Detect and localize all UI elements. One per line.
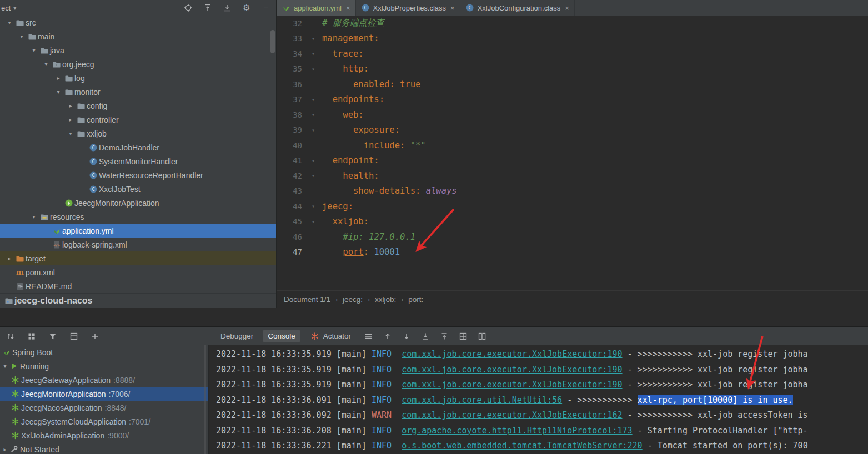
- run-item-jeecggatewayapplication[interactable]: JeecgGatewayApplication:8888/: [0, 373, 208, 387]
- add-icon[interactable]: [90, 331, 100, 341]
- logger-link[interactable]: com.xxl.job.core.executor.XxlJobExecutor…: [402, 410, 622, 420]
- run-item-jeecgmonitorapplication[interactable]: JeecgMonitorApplication:7006/: [0, 387, 208, 401]
- frame-icon[interactable]: [69, 331, 79, 341]
- editor-tab-application-yml[interactable]: application.yml×: [277, 0, 356, 16]
- logger-link[interactable]: com.xxl.job.core.executor.XxlJobExecutor…: [402, 380, 622, 390]
- scroll-up-icon[interactable]: [383, 331, 393, 341]
- tree-item-java[interactable]: ▾java: [0, 43, 276, 57]
- tab-actuator[interactable]: Actuator: [305, 330, 356, 343]
- code-line-37[interactable]: 37▾ endpoints:: [277, 92, 868, 108]
- tree-item-main[interactable]: ▾main: [0, 29, 276, 43]
- scrollbar-track[interactable]: [204, 345, 206, 454]
- tree-item-readme-md[interactable]: README.md: [0, 279, 276, 293]
- code-line-47[interactable]: 47 port: 10001: [277, 245, 868, 260]
- tree-item-logback-spring-xml[interactable]: </>logback-spring.xml: [0, 238, 276, 251]
- fold-marker-icon[interactable]: ▾: [304, 203, 322, 209]
- run-item-xxljobadminapplication[interactable]: XxlJobAdminApplication:9000/: [0, 428, 208, 442]
- run-item-running[interactable]: ▾Running: [0, 359, 208, 373]
- fold-marker-icon[interactable]: ▾: [304, 127, 322, 133]
- code-line-42[interactable]: 42▾ health:: [277, 168, 868, 184]
- locate-icon[interactable]: [183, 3, 193, 13]
- breadcrumb-item-document-1-1[interactable]: Document 1/1: [284, 295, 330, 304]
- settings-gear-icon[interactable]: ⚙: [242, 3, 252, 13]
- tree-item-config[interactable]: ▸config: [0, 99, 276, 113]
- close-tab-icon[interactable]: ×: [565, 4, 569, 12]
- spring-icon: [10, 390, 20, 398]
- code-line-32[interactable]: 32# 服务端点检查: [277, 16, 868, 31]
- code-line-35[interactable]: 35▾ http:: [277, 62, 868, 77]
- code-editor[interactable]: 32# 服务端点检查33▾management:34▾ trace:35▾ ht…: [277, 16, 868, 291]
- code-line-40[interactable]: 40 include: "*": [277, 138, 868, 153]
- two-column-icon[interactable]: [477, 331, 487, 341]
- logger-link[interactable]: com.xxl.job.core.util.NetUtil:56: [402, 395, 562, 405]
- tree-item-demojobhandler[interactable]: CDemoJobHandler: [0, 140, 276, 154]
- split-grid-icon[interactable]: [458, 331, 468, 341]
- tree-item-controller[interactable]: ▸controller: [0, 113, 276, 127]
- tree-item-systemmonitorhandler[interactable]: CSystemMonitorHandler: [0, 154, 276, 168]
- breadcrumb-item-xxljob[interactable]: xxljob:: [375, 295, 396, 304]
- tree-item-org-jeecg[interactable]: ▾org.jeecg: [0, 57, 276, 71]
- fold-marker-icon[interactable]: ▾: [304, 219, 322, 225]
- tree-item-resources[interactable]: ▾resources: [0, 210, 276, 224]
- fold-marker-icon[interactable]: ▾: [304, 112, 322, 118]
- run-item-jeecgsystemcloudapplication[interactable]: JeecgSystemCloudApplication:7001/: [0, 415, 208, 428]
- arrow-down-line-icon[interactable]: [420, 331, 430, 341]
- code-line-39[interactable]: 39▾ exposure:: [277, 123, 868, 138]
- tab-debugger[interactable]: Debugger: [215, 330, 258, 342]
- breadcrumb-item-jeecg[interactable]: jeecg:: [343, 295, 363, 304]
- project-root-row[interactable]: jeecg-cloud-nacos: [0, 293, 276, 308]
- folder-icon: [39, 46, 50, 55]
- tree-item-target[interactable]: ▸target: [0, 251, 276, 265]
- code-line-36[interactable]: 36 enabled: true: [277, 77, 868, 92]
- tree-item-pom-xml[interactable]: mpom.xml: [0, 265, 276, 279]
- fold-marker-icon[interactable]: ▾: [304, 36, 322, 42]
- run-item-spring-boot[interactable]: Spring Boot: [0, 345, 208, 359]
- fold-marker-icon[interactable]: ▾: [304, 51, 322, 57]
- fold-marker-icon[interactable]: ▾: [304, 66, 322, 72]
- swap-icon[interactable]: [6, 331, 16, 341]
- logger-link[interactable]: org.apache.coyote.http11.Http11NioProtoc…: [402, 426, 632, 436]
- collapse-up-icon[interactable]: [203, 3, 213, 13]
- code-line-43[interactable]: 43 show-details: always: [277, 184, 868, 199]
- run-item-jeecgnacosapplication[interactable]: JeecgNacosApplication:8848/: [0, 401, 208, 415]
- tab-console[interactable]: Console: [263, 330, 300, 342]
- logger-link[interactable]: com.xxl.job.core.executor.XxlJobExecutor…: [402, 365, 622, 375]
- code-line-38[interactable]: 38▾ web:: [277, 107, 868, 123]
- collapse-down-icon[interactable]: [222, 3, 232, 13]
- tree-item-waterresourcereporthandler[interactable]: CWaterResourceReportHandler: [0, 168, 276, 182]
- tool-window-title[interactable]: ect: [1, 4, 11, 12]
- editor-tab-xxljobconfiguration-class[interactable]: CXxlJobConfiguration.class×: [460, 0, 575, 16]
- filter-icon[interactable]: [48, 331, 58, 341]
- breadcrumb-item-port[interactable]: port:: [408, 295, 423, 304]
- tree-item-jeecgmonitorapplication[interactable]: JeecgMonitorApplication: [0, 196, 276, 210]
- fold-marker-icon[interactable]: ▾: [304, 97, 322, 103]
- scrollbar-thumb[interactable]: [270, 30, 275, 53]
- close-tab-icon[interactable]: ×: [450, 4, 455, 12]
- tree-item-application-yml[interactable]: application.yml: [0, 224, 276, 238]
- scroll-down-icon[interactable]: [402, 331, 412, 341]
- logger-link[interactable]: com.xxl.job.core.executor.XxlJobExecutor…: [402, 349, 622, 359]
- code-line-41[interactable]: 41▾ endpoint:: [277, 153, 868, 169]
- logger-link[interactable]: o.s.boot.web.embedded.tomcat.TomcatWebSe…: [402, 441, 642, 451]
- code-line-34[interactable]: 34▾ trace:: [277, 46, 868, 62]
- close-tab-icon[interactable]: ×: [346, 4, 350, 12]
- grid-icon[interactable]: [27, 331, 37, 341]
- editor-tab-xxljobproperties-class[interactable]: CXxlJobProperties.class×: [356, 0, 460, 16]
- menu-icon[interactable]: [364, 331, 374, 341]
- tree-item-monitor[interactable]: ▾monitor: [0, 85, 276, 99]
- fold-marker-icon[interactable]: ▾: [304, 158, 322, 164]
- code-line-46[interactable]: 46 #ip: 127.0.0.1: [277, 229, 868, 245]
- arrow-up-line-icon[interactable]: [439, 331, 449, 341]
- code-line-44[interactable]: 44▾jeecg:: [277, 199, 868, 214]
- tree-item-xxljob[interactable]: ▾xxljob: [0, 127, 276, 140]
- line-number: 39: [277, 125, 304, 134]
- run-item-not-started[interactable]: ▸Not Started: [0, 442, 208, 454]
- code-line-45[interactable]: 45▾ xxljob:: [277, 214, 868, 230]
- hide-panel-icon[interactable]: −: [261, 3, 271, 13]
- tree-item-xxcljobtest[interactable]: CXxclJobTest: [0, 182, 276, 196]
- code-line-33[interactable]: 33▾management:: [277, 31, 868, 47]
- tree-item-src[interactable]: ▾src: [0, 16, 276, 29]
- svg-text:C: C: [92, 186, 94, 192]
- tree-item-log[interactable]: ▸log: [0, 71, 276, 85]
- fold-marker-icon[interactable]: ▾: [304, 173, 322, 179]
